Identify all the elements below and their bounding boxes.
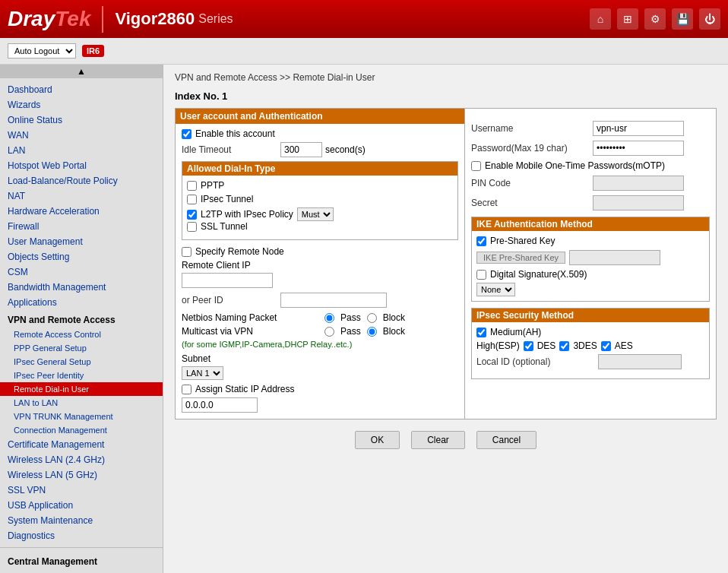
pptp-label: PPTP xyxy=(201,180,224,191)
button-row: OK Clear Cancel xyxy=(175,431,717,449)
sidebar-item-online-status[interactable]: Online Status xyxy=(0,112,163,128)
static-ip-input[interactable] xyxy=(182,397,258,413)
sidebar-item-central-mgmt[interactable]: Central Management xyxy=(0,552,163,569)
l2tp-policy-select[interactable]: Must Nice No xyxy=(297,207,334,221)
sidebar-item-hotspot[interactable]: Hotspot Web Portal xyxy=(0,158,163,173)
username-input[interactable] xyxy=(593,121,684,136)
ipsec-tunnel-checkbox[interactable] xyxy=(187,195,197,204)
settings-icon[interactable]: ⚙ xyxy=(644,8,666,30)
form-right: Username Password(Max 19 char) Enable Mo… xyxy=(465,109,716,419)
sidebar-item-ipsec-general[interactable]: IPsec General Setup xyxy=(0,355,163,369)
sidebar-item-wizards[interactable]: Wizards xyxy=(0,97,163,112)
header: DrayTek Vigor2860 Series ⌂ ⊞ ⚙ 💾 ⏻ xyxy=(0,0,728,38)
main-layout: ▲ Dashboard Wizards Online Status WAN LA… xyxy=(0,65,728,573)
ssl-tunnel-row: SSL Tunnel xyxy=(187,221,453,232)
subnet-label: Subnet xyxy=(182,353,458,364)
l2tp-checkbox[interactable] xyxy=(187,210,197,220)
autologout-select[interactable]: Auto Logout xyxy=(8,43,76,59)
des-label: DES xyxy=(537,340,556,351)
multicast-block-radio[interactable] xyxy=(367,327,377,337)
home-icon[interactable]: ⌂ xyxy=(590,8,611,30)
sidebar-item-ipsec-peer[interactable]: IPsec Peer Identity xyxy=(0,369,163,382)
allowed-dialin-box: Allowed Dial-In Type PPTP IPsec Tunnel L… xyxy=(182,161,458,240)
sidebar-item-remote-access-control[interactable]: Remote Access Control xyxy=(0,328,163,341)
subnet-select[interactable]: LAN 1 xyxy=(182,366,223,380)
sidebar-item-ssl-vpn[interactable]: SSL VPN xyxy=(0,483,163,498)
subnet-section: Subnet LAN 1 Assign Static IP Address xyxy=(182,353,458,413)
sidebar-item-wireless-24[interactable]: Wireless LAN (2.4 GHz) xyxy=(0,452,163,467)
idle-timeout-input[interactable] xyxy=(280,142,322,157)
sidebar-item-firewall[interactable]: Firewall xyxy=(0,219,163,234)
sidebar-item-loadbalance[interactable]: Load-Balance/Route Policy xyxy=(0,173,163,188)
cert-select[interactable]: None xyxy=(476,283,515,296)
enable-account-checkbox[interactable] xyxy=(182,129,191,139)
breadcrumb: VPN and Remote Access >> Remote Dial-in … xyxy=(175,72,717,83)
sidebar-item-connection-mgmt[interactable]: Connection Management xyxy=(0,423,163,437)
logout-icon[interactable]: ⏻ xyxy=(699,8,720,30)
secret-input[interactable] xyxy=(593,195,684,211)
sidebar-item-wireless-5[interactable]: Wireless LAN (5 GHz) xyxy=(0,467,163,483)
sidebar-item-vpn-remote[interactable]: VPN and Remote Access xyxy=(0,310,163,328)
cancel-button[interactable]: Cancel xyxy=(476,431,537,449)
sidebar-item-dashboard[interactable]: Dashboard xyxy=(0,82,163,97)
sidebar-item-user-mgmt[interactable]: User Management xyxy=(0,234,163,249)
preshared-key-button[interactable]: IKE Pre-Shared Key xyxy=(476,252,565,264)
sidebar-item-vpn-bottom[interactable]: VPN xyxy=(0,569,163,573)
preshared-key-checkbox[interactable] xyxy=(476,236,486,246)
sidebar-item-cert-mgmt[interactable]: Certificate Management xyxy=(0,437,163,452)
aes-checkbox[interactable] xyxy=(601,341,611,351)
specify-remote-row: Specify Remote Node xyxy=(182,246,458,257)
pin-code-input[interactable] xyxy=(593,176,684,191)
sidebar-item-bandwidth[interactable]: Bandwidth Management xyxy=(0,280,163,295)
sidebar-item-applications[interactable]: Applications xyxy=(0,295,163,310)
idle-timeout-label: Idle Timeout xyxy=(182,144,280,155)
sidebar-item-remote-dialin[interactable]: Remote Dial-in User xyxy=(0,382,163,396)
ipsec-tunnel-row: IPsec Tunnel xyxy=(187,194,453,204)
pin-code-row: PIN Code xyxy=(471,176,710,191)
sidebar-item-sys-maint[interactable]: System Maintenance xyxy=(0,513,163,528)
sidebar-item-csm[interactable]: CSM xyxy=(0,264,163,280)
pptp-checkbox[interactable] xyxy=(187,181,197,191)
ssl-tunnel-checkbox[interactable] xyxy=(187,222,197,232)
digital-sig-checkbox[interactable] xyxy=(476,270,486,280)
sidebar-item-usb[interactable]: USB Application xyxy=(0,498,163,513)
specify-remote-checkbox[interactable] xyxy=(182,247,191,257)
assign-static-checkbox[interactable] xyxy=(182,385,191,394)
ipv6-badge[interactable]: IR6 xyxy=(82,45,104,57)
ok-button[interactable]: OK xyxy=(355,431,400,449)
high-esp-label: High(ESP) xyxy=(476,340,520,351)
header-icons: ⌂ ⊞ ⚙ 💾 ⏻ xyxy=(590,8,720,30)
remote-client-ip-input[interactable] xyxy=(182,273,273,288)
sidebar-item-ppp-general[interactable]: PPP General Setup xyxy=(0,341,163,355)
netbios-block-radio[interactable] xyxy=(367,313,377,323)
peer-id-input[interactable] xyxy=(280,293,387,308)
multicast-pass-radio[interactable] xyxy=(324,327,334,337)
netbios-pass-label: Pass xyxy=(340,312,361,323)
preshared-key-field[interactable] xyxy=(569,250,660,265)
medium-ah-checkbox[interactable] xyxy=(476,328,486,337)
ipsec-tunnel-label: IPsec Tunnel xyxy=(201,194,253,204)
assign-static-label: Assign Static IP Address xyxy=(195,384,295,394)
3des-checkbox[interactable] xyxy=(559,341,569,351)
sidebar-item-vpn-trunk[interactable]: VPN TRUNK Management xyxy=(0,410,163,423)
save-icon[interactable]: 💾 xyxy=(672,8,693,30)
ipsec-header: IPsec Security Method xyxy=(472,309,709,322)
sidebar-item-nat[interactable]: NAT xyxy=(0,188,163,204)
grid-icon[interactable]: ⊞ xyxy=(617,8,638,30)
sidebar-item-wan[interactable]: WAN xyxy=(0,128,163,143)
password-input[interactable] xyxy=(593,141,684,156)
ike-header: IKE Authentication Method xyxy=(472,217,709,231)
clear-button[interactable]: Clear xyxy=(411,431,465,449)
des-checkbox[interactable] xyxy=(524,341,533,351)
sidebar-item-lan[interactable]: LAN xyxy=(0,143,163,158)
sidebar-item-lan-to-lan[interactable]: LAN to LAN xyxy=(0,396,163,410)
mobile-otp-checkbox[interactable] xyxy=(471,161,481,171)
sidebar-item-hardware-accel[interactable]: Hardware Acceleration xyxy=(0,204,163,219)
local-id-input[interactable] xyxy=(598,354,682,369)
sidebar-scroll-up[interactable]: ▲ xyxy=(0,65,163,78)
sidebar-item-diagnostics[interactable]: Diagnostics xyxy=(0,528,163,543)
sidebar-item-objects[interactable]: Objects Setting xyxy=(0,249,163,264)
ike-section: IKE Authentication Method Pre-Shared Key… xyxy=(471,217,710,302)
preshared-key-label: Pre-Shared Key xyxy=(490,236,555,246)
netbios-pass-radio[interactable] xyxy=(324,313,334,323)
